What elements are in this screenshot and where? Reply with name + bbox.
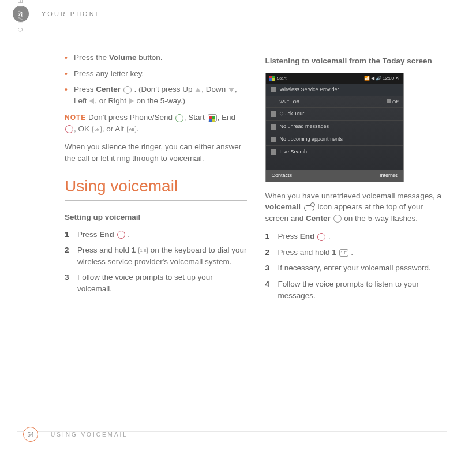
bold-text: End xyxy=(300,232,315,240)
step-item: Press and hold 1 1 E . xyxy=(265,247,448,258)
text: Press the xyxy=(74,53,109,62)
bullet-item: Press the Volume button. xyxy=(65,52,247,63)
footer-title: USING VOICEMAIL xyxy=(51,431,128,438)
content-columns: Press the Volume button. Press any lette… xyxy=(65,52,447,306)
alt-key-icon: Alt xyxy=(127,126,136,133)
section-heading: Using voicemail xyxy=(65,175,247,198)
one-key-icon: 1 E xyxy=(339,249,348,257)
today-screen-screenshot: Start 📶 ◀ 🔊 12:09 ✕ Wireless Service Pro… xyxy=(265,73,404,182)
note-label: NOTE xyxy=(65,114,86,122)
chapter-sidebar-label: CHAPTER xyxy=(17,0,24,32)
voicemail-icon xyxy=(304,204,314,212)
section-divider xyxy=(65,200,247,201)
screenshot-row: Wi-Fi: Off Off xyxy=(266,96,403,108)
search-icon xyxy=(271,149,276,155)
right-column: Listening to voicemail from the Today sc… xyxy=(265,52,448,306)
screenshot-softkeys: Contacts Internet xyxy=(266,170,403,182)
screenshot-row: Wireless Service Provider xyxy=(266,84,403,96)
left-arrow-icon xyxy=(89,98,94,104)
softkey-left: Contacts xyxy=(272,172,293,179)
text: Press xyxy=(77,230,99,239)
steps-list: Press End . Press and hold 1 1 E . If ne… xyxy=(265,231,448,301)
page-footer: 54 USING VOICEMAIL xyxy=(0,427,476,442)
text: No unread messages xyxy=(280,123,329,130)
tour-icon xyxy=(271,111,276,117)
text: Wi-Fi: Off xyxy=(280,99,299,106)
bold-text: 1 xyxy=(132,246,136,254)
text: Press any letter key. xyxy=(74,69,144,78)
step-item: If necessary, enter your voicemail passw… xyxy=(265,262,448,274)
chapter-title: YOUR PHONE xyxy=(42,10,102,17)
text: Live Search xyxy=(280,148,308,156)
down-arrow-icon xyxy=(228,88,234,92)
text: Press and hold xyxy=(77,246,132,254)
bullet-item: Press any letter key. xyxy=(65,68,247,80)
ok-key-icon: ok xyxy=(92,126,102,133)
screenshot-status-icons: 📶 ◀ 🔊 12:09 ✕ xyxy=(364,75,400,82)
windows-flag-icon xyxy=(269,76,275,81)
text: , End xyxy=(218,113,236,122)
text: Press and hold xyxy=(278,248,332,257)
bullet-item: Press Center . (Don't press Up , Down , … xyxy=(65,84,247,106)
mail-icon xyxy=(271,124,276,130)
text: Quick Tour xyxy=(280,110,305,118)
text: Don't press Phone/Send xyxy=(88,113,175,122)
text: . (Don't press Up xyxy=(132,85,194,93)
calendar-icon xyxy=(271,137,276,142)
sub-heading: Setting up voicemail xyxy=(65,212,247,223)
step-item: Press and hold 1 1 E on the keyboard to … xyxy=(65,245,247,267)
softkey-right: Internet xyxy=(380,172,398,179)
text: , or Right xyxy=(95,96,129,105)
signal-icon xyxy=(271,87,276,92)
screenshot-row: No unread messages xyxy=(266,121,403,133)
bold-text: End xyxy=(99,230,114,239)
text: , or Alt xyxy=(102,125,126,133)
bullet-list: Press the Volume button. Press any lette… xyxy=(65,52,247,106)
text: Press xyxy=(278,232,300,240)
one-key-icon: 1 E xyxy=(138,247,148,254)
text: button. xyxy=(137,53,163,62)
screenshot-start-label: Start xyxy=(269,75,287,82)
end-key-icon xyxy=(117,231,125,239)
screenshot-topbar: Start 📶 ◀ 🔊 12:09 ✕ xyxy=(266,73,403,84)
text: on the 5-way.) xyxy=(134,96,185,105)
text: Wireless Service Provider xyxy=(280,86,399,93)
page-number-badge: 54 xyxy=(23,427,38,442)
screenshot-row: Live Search xyxy=(266,146,403,158)
step-item: Press End . xyxy=(265,231,448,242)
steps-list: Press End . Press and hold 1 1 E on the … xyxy=(65,229,247,295)
bold-text: 1 xyxy=(332,248,336,257)
text: , OK xyxy=(74,125,92,133)
note-paragraph: NOTE Don't press Phone/Send , Start , En… xyxy=(65,112,247,134)
step-item: Follow the voice prompts to listen to yo… xyxy=(265,279,448,301)
sub-heading: Listening to voicemail from the Today sc… xyxy=(265,55,448,67)
center-button-icon xyxy=(333,215,342,223)
text: Off xyxy=(392,99,399,104)
bold-text: Volume xyxy=(109,53,137,62)
text: . xyxy=(137,125,139,133)
center-button-icon xyxy=(123,86,132,94)
screenshot-row: Quick Tour xyxy=(266,108,403,121)
phone-send-icon xyxy=(175,114,183,122)
text: Press xyxy=(74,85,96,93)
unretrieved-paragraph: When you have unretrieved voicemail mess… xyxy=(265,190,448,224)
up-arrow-icon xyxy=(195,88,201,92)
text: No upcoming appointments xyxy=(280,136,343,143)
text: , Down xyxy=(201,85,228,93)
bold-text: Center xyxy=(306,214,331,223)
page-header: 4 YOUR PHONE xyxy=(0,6,476,22)
text: When you have unretrieved voicemail mess… xyxy=(265,191,441,200)
step-item: Follow the voice prompts to set up your … xyxy=(65,272,247,294)
screenshot-row: No upcoming appointments xyxy=(266,133,403,146)
text: on the 5-way flashes. xyxy=(344,214,418,223)
right-arrow-icon xyxy=(129,98,134,104)
bt-icon xyxy=(387,99,391,103)
bold-text: Center xyxy=(96,85,121,93)
screenshot-body: Wireless Service Provider Wi-Fi: Off Off… xyxy=(266,84,403,170)
text: , Start xyxy=(184,113,207,122)
text: . xyxy=(326,232,331,240)
bold-text: voicemail xyxy=(265,202,301,211)
end-key-icon xyxy=(317,233,325,241)
left-column: Press the Volume button. Press any lette… xyxy=(65,52,247,306)
text: . xyxy=(349,248,354,257)
